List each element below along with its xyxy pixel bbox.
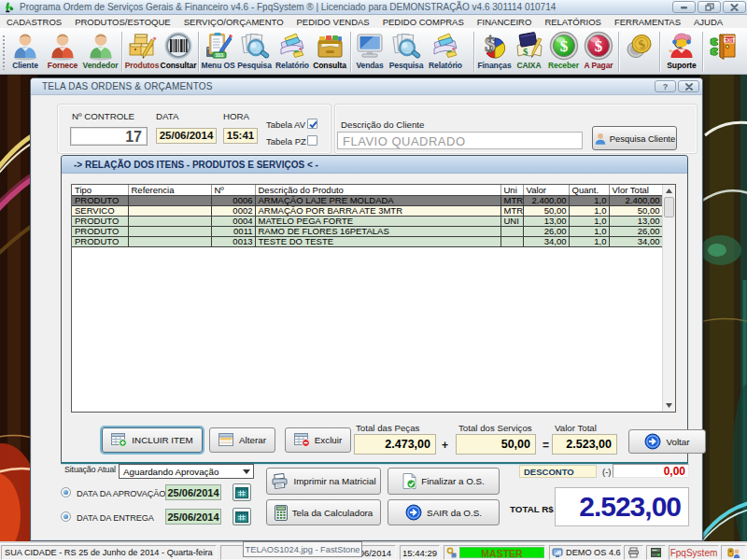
toolbar-button-relat-rio[interactable]: Relatório [425,29,466,74]
menu-item-ferramentas[interactable]: FERRAMENTAS [608,17,687,27]
sair-os-button[interactable]: SAIR da O.S. [388,499,500,525]
person-red-glyph [48,31,78,61]
key-icon [446,547,458,558]
menu-item-relat-rios[interactable]: RELATÓRIOS [538,17,608,27]
grid-vertical-scrollbar[interactable] [662,185,675,412]
pesquisa-cliente-button[interactable]: Pesquisa Cliente [592,126,677,150]
toolbar-button-exit-door[interactable]: EXIT [704,29,743,74]
table-row-1[interactable]: SERVICO0002ARMAÇÃO POR BARRA ATE 3MTRMTR… [72,206,662,217]
toolbar-button-finan-as[interactable]: $Finanças [476,29,513,74]
toolbar-button-menu-os[interactable]: $$$Menu OS [200,29,236,74]
incluir-item-button[interactable]: INCLUIR ITEM [102,427,203,453]
desconto-minus-sign: (-) [602,467,612,477]
monitor-glyph [355,31,385,61]
tabela-av-label: Tabela AV [266,119,305,130]
window-help-button[interactable]: ? [655,80,676,92]
tabela-pz-checkbox[interactable] [307,135,317,146]
close-button[interactable] [723,1,746,13]
scroll-down-button[interactable] [663,399,675,412]
toolbar-button-suporte[interactable]: Suporte [663,29,700,74]
minimize-button[interactable] [672,1,696,13]
table-row-4[interactable]: PRODUTO0013TESTE DO TESTE34,001,034,00 [72,237,662,247]
tabela-av-checkbox[interactable] [307,119,317,129]
situacao-label: Situação Atual [64,465,116,474]
column-header-0[interactable]: Tipo [72,185,128,196]
menu-item-servi-o-or-amento[interactable]: SERVIÇO/ORÇAMENTO [177,17,290,27]
chevron-down-icon [243,469,250,474]
toolbar-button-receber[interactable]: $ Receber [545,29,582,74]
main-titlebar: Programa Ordem de Serviços Gerais & Fina… [0,0,747,15]
scroll-thumb[interactable] [664,197,674,217]
aprovacao-radio[interactable] [61,487,71,497]
key-user-icon [727,547,740,559]
menu-item-pedido-compras[interactable]: PEDIDO COMPRAS [376,17,471,27]
table-row-0[interactable]: PRODUTO0006ARMAÇÃO LAJE PRE MOLDADAMTR2.… [72,196,662,206]
toolbar-button-consulta[interactable]: Consulta [312,29,347,74]
printer-icon [271,473,289,489]
maximize-button[interactable] [698,1,721,13]
toolbar-separator [473,32,475,72]
desconto-value-field[interactable]: 0,00 [613,464,689,478]
toolbar-button-relat-rio[interactable]: Relatório [273,29,312,74]
imprimir-matricial-button[interactable]: Imprimir na Matricial [266,468,381,495]
entrega-date-field[interactable]: 25/06/2014 [165,509,221,525]
cell-ref [128,227,211,237]
voltar-button[interactable]: Voltar [628,429,706,454]
toolbar-button-caixa[interactable]: $ CAIXA [513,29,545,74]
toolbar-button-cliente[interactable]: Cliente [7,29,44,74]
situacao-value: Aguardando Aprovação [123,467,218,477]
column-header-5[interactable]: Valor [523,185,569,196]
menu-item-pedido-vendas[interactable]: PEDIDO VENDAS [290,17,376,27]
controle-input[interactable]: 17 [70,127,148,146]
finalizar-os-button[interactable]: Finalizar a O.S. [388,468,500,495]
menu-item-cadastros[interactable]: CADASTROS [0,17,68,27]
column-header-1[interactable]: Referencia [128,185,211,196]
data-input[interactable]: 25/06/2014 [156,128,217,144]
aprovacao-date-field[interactable]: 25/06/2014 [165,484,221,500]
printer-icon [627,547,640,558]
toolbar-button-pesquisa[interactable]: Pesquisa [388,29,425,74]
menu-item-financeiro[interactable]: FINANCEIRO [471,17,539,27]
cell-desc: ARMAÇÃO LAJE PRE MOLDADA [255,196,500,206]
toolbar-button-vendedor[interactable]: Vendedor [81,29,120,74]
cliente-input[interactable]: FLAVIO QUADRADO [337,132,583,149]
desconto-label: DESCONTO [519,465,597,478]
aprovacao-calendar-button[interactable] [233,483,251,501]
alterar-button[interactable]: Alterar [209,427,275,453]
support-glyph [667,31,697,61]
hora-input[interactable]: 15:41 [223,128,258,144]
column-header-4[interactable]: Uni [500,185,523,196]
toolbar-button-vendas[interactable]: Vendas [352,29,388,74]
tela-calculadora-button[interactable]: Tela da Calculadora [266,499,381,525]
minimize-icon [680,4,688,10]
toolbar-button-a-pagar[interactable]: $ A Pagar [582,29,615,74]
column-header-6[interactable]: Quant. [569,185,609,196]
toolbar-button-consultar[interactable]: Consultar [160,29,197,74]
toolbar-button-fornece[interactable]: Fornece [44,29,81,74]
toolbar-button-pesquisa[interactable]: Pesquisa [236,29,273,74]
toolbar-label-fornece: Fornece [48,61,78,71]
column-header-7[interactable]: Vlor Total [609,185,662,196]
finance-glyph: $ [480,31,510,61]
window-close-button[interactable] [678,80,699,92]
column-header-2[interactable]: Nº [211,185,255,196]
incluir-item-label: INCLUIR ITEM [132,435,192,445]
toolbar-button-produtos[interactable]: Produtos [124,29,160,74]
menu-item-ajuda[interactable]: AJUDA [687,17,729,27]
table-row-2[interactable]: PRODUTO0004MATELO PEGA FORTEUNI13,001,01… [72,217,662,227]
entrega-radio[interactable] [61,511,71,522]
toolbar: Cliente Fornece Vendedor Produtos Consul… [0,28,747,75]
barcode-icon [163,30,194,61]
scroll-up-button[interactable] [663,185,675,197]
toolbar-button-coin[interactable]: $ [623,29,656,74]
excluir-button[interactable]: Excluir [285,427,351,453]
column-header-3[interactable]: Descrição do Produto [255,185,500,196]
menu-item-produtos-estoque[interactable]: PRODUTOS/ESTOQUE [68,17,177,27]
drawer-glyph [315,31,345,61]
table-row-3[interactable]: PRODUTO0011RAMO DE FLORES 16PETALAS26,00… [72,227,662,237]
cell-valor: 34,00 [523,237,569,247]
situacao-dropdown[interactable]: Aguardando Aprovação [119,464,254,479]
cell-total: 13,00 [609,217,662,227]
entrega-calendar-button[interactable] [233,508,251,525]
support-icon [667,30,698,61]
